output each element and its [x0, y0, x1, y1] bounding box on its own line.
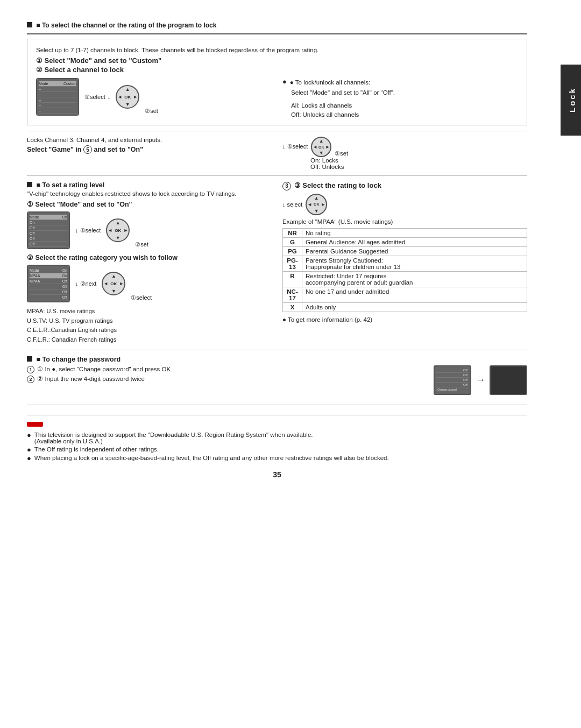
note2-dot: ● [27, 446, 31, 453]
select-set-left: ①select ↓ [84, 94, 110, 101]
arr-right-4: ► [119, 281, 124, 286]
step3-text: ③ Select the rating to lock [294, 181, 381, 189]
locks-channel-text: Locks Channel 3, Channel 4, and external… [27, 137, 272, 143]
tv2-row3: Off [30, 231, 67, 236]
tv3-row1: MPAAOn [30, 273, 67, 279]
nav-circle-2: ▲ ▼ ◄ ► OK [311, 137, 331, 157]
section-header-title: ■ To select the channel or the rating of… [36, 22, 216, 29]
divider-2 [27, 175, 527, 176]
arrow-up: ▲ [125, 87, 130, 92]
tv-screen-2: Mode On On Off Off Off Off [27, 211, 70, 249]
r2-select-label: ①select [131, 294, 152, 301]
tv-pw-row1: Off [436, 368, 469, 373]
nav-arrows-3: ▲ ▼ ◄ ► [107, 220, 129, 241]
note1-text: This television is designed to support t… [34, 432, 313, 438]
tv2-row4: Off [30, 236, 67, 242]
circle-5: 5 [83, 145, 92, 154]
code-r: R [283, 271, 302, 287]
page-number: 35 [27, 470, 527, 479]
circle-3: 3 [282, 182, 291, 190]
on-locks-text: On: Locks [310, 157, 527, 164]
divider-bottom [27, 405, 527, 405]
tv-pw-row4: Off [436, 383, 469, 387]
more-info-bullet: ● To get more information (p. 42) [282, 316, 527, 323]
tv2-on: On [62, 215, 67, 219]
desc-r: Restricted: Under 17 requiresaccompanyin… [302, 271, 527, 287]
lock-unlock-detail: Select "Mode" and set to "All" or "Off".… [291, 88, 518, 119]
r1-select-text: ↓ ①select [75, 227, 101, 234]
channel-lock-left: Locks Channel 3, Channel 4, and external… [27, 137, 272, 170]
top-left-col: Mode Custom – – – – – [36, 78, 272, 119]
rating-section: ■ To set a rating level "V-chip" technol… [27, 181, 527, 344]
code-g: G [283, 237, 302, 246]
game-select-label: ↓ ①select [282, 143, 308, 150]
pw-step2: 2 ② Input the new 4-digit password twice [27, 375, 425, 383]
r2-next-text: ↓ ②next [75, 280, 96, 287]
nav-circle-5: ▲ ▼ ◄ ► OK [306, 194, 327, 215]
arr-down-4: ▼ [111, 288, 116, 294]
tv3-row5: Off [30, 295, 67, 300]
footnotes: MPAA: U.S. movie ratings U.S.TV: U.S. TV… [27, 307, 272, 344]
desc-g: General Audience: All ages admitted [302, 237, 527, 246]
nav-arrows-4: ▲ ▼ ◄ ► [103, 273, 124, 294]
top-box: Select up to 7 (1-7) channels to block. … [27, 39, 527, 125]
note3-bullet: ● When placing a lock on a specific-age-… [27, 455, 527, 462]
footnote-3: C.E.L.R.:Canadian English ratings [27, 326, 272, 335]
footnote-1: MPAA: U.S. movie ratings [27, 307, 272, 316]
select-mode-text: Select "Mode" and set to "All" or "Off". [291, 88, 518, 97]
top-right-col: ● ● To lock/unlock all channels: Select … [282, 78, 518, 119]
code-nc17: NC-17 [283, 287, 302, 302]
tv-pw-row3: Off [436, 378, 469, 383]
tv-screen-3: Mode On MPAAOn MPAAOff Off Off Off [27, 265, 70, 302]
arr-up-3: ▲ [116, 220, 121, 225]
footnote-2: U.S.TV: U.S. TV program ratings [27, 316, 272, 326]
step3-label: 3 ③ Select the rating to lock [282, 181, 527, 190]
arr-right-5: ► [321, 202, 325, 207]
rating-row-pg: PG Parental Guidance Suggested [283, 246, 527, 256]
rating-row-g: G General Audience: All ages admitted [283, 237, 527, 246]
game-set-text: ②set [335, 150, 348, 157]
code-nr: NR [283, 228, 302, 237]
password-section: ■ To change the password 1 ① In ●, selec… [27, 356, 527, 395]
arr-left-4: ◄ [103, 281, 108, 286]
footnote-4: C.F.L.R.: Canadian French ratings [27, 335, 272, 345]
arr-right-3: ► [123, 228, 128, 233]
tv2-row1: On [30, 220, 67, 225]
tv-pw-2 [490, 365, 527, 395]
note1-bullet: ● This television is designed to support… [27, 432, 527, 444]
tv-pw-row5: Change passwd [436, 387, 469, 392]
code-x: X [283, 302, 302, 312]
tv-row-3: – [39, 97, 76, 103]
divider-3 [27, 350, 527, 350]
tv-pw-row2: Off [436, 373, 469, 378]
nav-arrows-5: ▲ ▼ ◄ ► [307, 195, 326, 214]
black-square-icon [27, 22, 32, 27]
divider-1 [27, 131, 527, 131]
tv-row-5: – [39, 108, 76, 114]
nav-circle-1: ▲ ▼ ◄ ► OK [116, 85, 139, 109]
nav-circle-4: ▲ ▼ ◄ ► OK [102, 272, 125, 295]
tv-inner-3: Mode On MPAAOn MPAAOff Off Off Off [28, 266, 69, 302]
code-pg13: PG-13 [283, 256, 302, 271]
rating-step1: ① Select "Mode" and set to "On" [27, 200, 272, 208]
black-sq-2 [27, 182, 32, 187]
rating-step2-diagram: Mode On MPAAOn MPAAOff Off Off Off ↓ ②ne… [27, 265, 272, 302]
arrow-up-2: ▲ [319, 138, 324, 144]
rating-title-text: ■ To set a rating level [36, 181, 104, 189]
tv-mode-row-2: Mode On [30, 215, 67, 220]
top-intro: Select up to 7 (1-7) channels to block. … [36, 47, 518, 53]
r1-set-label: ②set [135, 241, 148, 248]
password-title-text: ■ To change the password [36, 356, 121, 363]
right-tab: Lock Advanced [561, 65, 581, 136]
desc-pg: Parental Guidance Suggested [302, 246, 527, 256]
note2-bullet: ● The Off rating is independent of other… [27, 446, 527, 453]
bullet-dot-1: ● [282, 78, 287, 85]
step-diagram: Mode Custom – – – – – [36, 78, 272, 116]
pw-step1-text: ① In ●, select "Change password" and pre… [37, 366, 171, 372]
rating-row-nr: NR No rating [283, 228, 527, 237]
pw-step2-text: ② Input the new 4-digit password twice [37, 376, 145, 382]
tv3-row2: MPAAOff [30, 279, 67, 284]
pw-arrow-right: → [476, 365, 485, 395]
game-set-label: ②set [335, 150, 348, 157]
off-text: Off: Unlocks all channels [291, 110, 518, 119]
